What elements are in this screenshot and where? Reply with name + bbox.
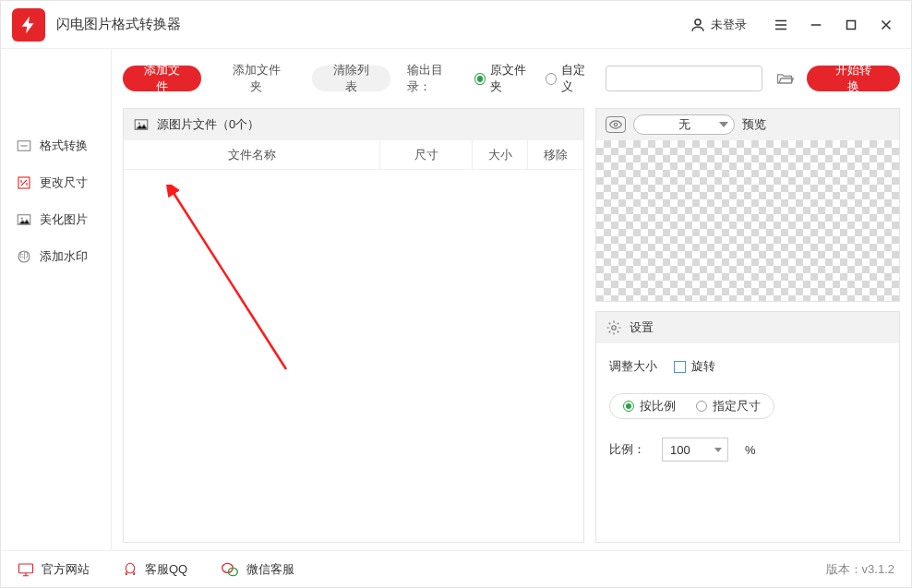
login-label: 未登录 <box>711 17 747 33</box>
sidebar-item-format[interactable]: 格式转换 <box>1 127 111 164</box>
chevron-down-icon <box>719 122 728 127</box>
app-window: 闪电图片格式转换器 未登录 格式转换 更改尺寸 美化图片 印 <box>0 0 912 588</box>
ratio-select[interactable]: 100 <box>662 438 728 462</box>
svg-point-14 <box>126 563 134 573</box>
watermark-icon: 印 <box>16 248 32 265</box>
preview-header: 无 预览 <box>596 109 899 140</box>
table-header: 文件名称 尺寸 大小 移除 <box>124 140 583 170</box>
app-logo <box>12 8 45 42</box>
col-size: 大小 <box>473 140 528 169</box>
add-file-button[interactable]: 添加文件 <box>123 66 201 91</box>
resize-label: 调整大小 <box>609 358 657 375</box>
preview-box: 无 预览 <box>595 108 900 302</box>
sidebar-item-label: 添加水印 <box>40 248 88 265</box>
radio-custom-folder[interactable]: 自定义 <box>546 62 594 95</box>
svg-line-10 <box>172 190 286 369</box>
annotation-arrow <box>166 185 314 388</box>
resize-mode-group: 按比例 指定尺寸 <box>609 393 774 419</box>
preview-canvas <box>596 140 899 301</box>
sidebar-item-beautify[interactable]: 美化图片 <box>1 201 111 238</box>
rotate-checkbox[interactable]: 旋转 <box>674 358 715 375</box>
qq-icon <box>123 561 138 578</box>
add-folder-button[interactable]: 添加文件夹 <box>212 66 302 91</box>
login-button[interactable]: 未登录 <box>690 17 747 33</box>
ratio-label: 比例： <box>609 441 645 458</box>
radio-by-size[interactable]: 指定尺寸 <box>696 398 761 414</box>
maximize-button[interactable] <box>834 7 869 42</box>
user-icon <box>690 17 706 33</box>
svg-point-0 <box>695 19 701 25</box>
folder-open-icon <box>774 69 795 88</box>
file-list-title: 源图片文件（0个） <box>157 116 259 133</box>
sidebar-item-watermark[interactable]: 印 添加水印 <box>1 238 111 275</box>
settings-header: 设置 <box>596 312 899 343</box>
sidebar-item-resize[interactable]: 更改尺寸 <box>1 164 111 201</box>
settings-box: 设置 调整大小 旋转 按比例 指定尺寸 <box>595 311 900 543</box>
browse-folder-button[interactable] <box>774 66 796 90</box>
sidebar: 格式转换 更改尺寸 美化图片 印 添加水印 <box>1 49 112 550</box>
main: 添加文件 添加文件夹 清除列表 输出目录： 原文件夹 自定义 开始转换 源图片文… <box>112 49 911 550</box>
svg-point-11 <box>614 123 618 126</box>
minimize-button[interactable] <box>798 7 834 42</box>
svg-point-5 <box>21 217 23 219</box>
svg-rect-1 <box>847 20 856 29</box>
preview-select[interactable]: 无 <box>633 114 735 135</box>
app-title: 闪电图片格式转换器 <box>56 16 181 33</box>
sidebar-item-label: 格式转换 <box>40 138 88 154</box>
toolbar: 添加文件 添加文件夹 清除列表 输出目录： 原文件夹 自定义 开始转换 <box>123 62 900 95</box>
image-icon <box>16 211 32 228</box>
file-list-pane: 源图片文件（0个） 文件名称 尺寸 大小 移除 <box>123 108 584 543</box>
link-website[interactable]: 官方网站 <box>18 561 90 578</box>
chevron-down-icon <box>714 448 722 452</box>
col-filename: 文件名称 <box>124 140 380 169</box>
preview-label: 预览 <box>742 116 766 133</box>
output-path-input[interactable] <box>606 66 762 91</box>
start-convert-button[interactable]: 开始转换 <box>807 66 900 91</box>
output-dir-label: 输出目录： <box>407 62 463 95</box>
convert-icon <box>16 138 32 154</box>
statusbar: 官方网站 客服QQ 微信客服 版本：v3.1.2 <box>1 550 911 587</box>
col-dimensions: 尺寸 <box>380 140 473 169</box>
radio-source-folder[interactable]: 原文件夹 <box>474 62 534 95</box>
eye-icon <box>606 116 626 133</box>
content: 源图片文件（0个） 文件名称 尺寸 大小 移除 <box>123 108 900 543</box>
body: 格式转换 更改尺寸 美化图片 印 添加水印 添加文件 添加文件夹 清除列表 输出… <box>1 49 911 550</box>
settings-body: 调整大小 旋转 按比例 指定尺寸 比例： 1 <box>596 343 899 476</box>
monitor-icon <box>18 562 34 577</box>
version-label: 版本：v3.1.2 <box>826 561 894 578</box>
titlebar: 闪电图片格式转换器 未登录 <box>1 1 911 49</box>
wechat-icon <box>221 561 239 578</box>
settings-title: 设置 <box>630 319 654 336</box>
gear-icon <box>606 319 622 336</box>
sidebar-item-label: 更改尺寸 <box>40 174 88 191</box>
resize-icon <box>16 174 32 191</box>
ratio-unit: % <box>745 443 756 457</box>
file-list-header: 源图片文件（0个） <box>124 109 583 140</box>
maximize-icon <box>843 17 859 33</box>
minimize-icon <box>808 17 824 33</box>
sidebar-item-label: 美化图片 <box>40 211 88 228</box>
link-qq[interactable]: 客服QQ <box>123 561 187 578</box>
menu-icon <box>773 17 789 33</box>
clear-list-button[interactable]: 清除列表 <box>312 66 390 91</box>
svg-point-12 <box>612 326 617 330</box>
close-button[interactable] <box>869 7 904 42</box>
table-body[interactable] <box>124 170 583 542</box>
radio-by-ratio[interactable]: 按比例 <box>623 398 676 414</box>
svg-rect-13 <box>19 564 33 573</box>
close-icon <box>878 17 894 33</box>
image-icon <box>133 116 150 133</box>
right-pane: 无 预览 设置 调整大小 旋转 <box>595 108 900 543</box>
menu-button[interactable] <box>763 7 798 42</box>
svg-point-9 <box>138 122 140 124</box>
link-wechat[interactable]: 微信客服 <box>221 561 294 578</box>
svg-text:印: 印 <box>19 250 29 260</box>
lightning-icon <box>18 15 39 35</box>
col-remove: 移除 <box>528 140 583 169</box>
